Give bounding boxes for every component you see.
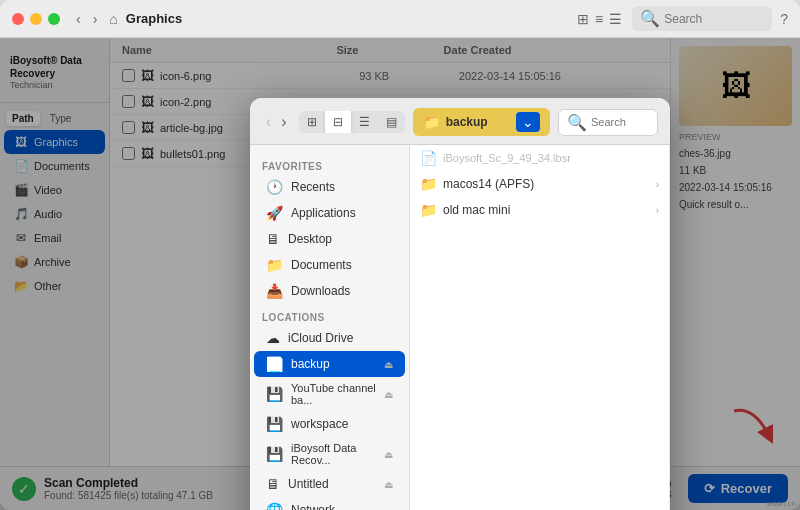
dialog-filepane: 📄 iBoysoft_Sc_9_49_34.lbsr 📁 macos14 (AP… xyxy=(410,145,670,510)
network-icon: 🌐 xyxy=(266,502,283,510)
dialog-item-desktop[interactable]: 🖥 Desktop xyxy=(254,226,405,252)
dialog-toolbar: ‹ › ⊞ ⊟ ☰ ▤ 📁 backup ⌄ 🔍 xyxy=(250,98,670,145)
toolbar-right: ⊞ ≡ ☰ 🔍 ? xyxy=(575,6,788,31)
back-button[interactable]: ‹ xyxy=(72,9,85,29)
youtube-eject-icon[interactable]: ⏏ xyxy=(384,389,393,400)
dialog-item-youtube[interactable]: 💾 YouTube channel ba... ⏏ xyxy=(254,377,405,411)
dialog-forward-btn[interactable]: › xyxy=(277,111,290,133)
dialog-item-documents[interactable]: 📁 Documents xyxy=(254,252,405,278)
help-button[interactable]: ? xyxy=(780,11,788,27)
dialog-file-item[interactable]: 📁 old mac mini › xyxy=(410,197,669,223)
workspace-label: workspace xyxy=(291,417,348,431)
dialog-item-applications[interactable]: 🚀 Applications xyxy=(254,200,405,226)
dialog-grid-btn[interactable]: ⊞ xyxy=(299,111,325,133)
iboysoft-eject-icon[interactable]: ⏏ xyxy=(384,449,393,460)
ibsr-icon: 📄 xyxy=(420,150,437,166)
list-view-btn[interactable]: ≡ xyxy=(593,9,605,29)
oldmac-icon: 📁 xyxy=(420,202,437,218)
dialog-search[interactable]: 🔍 xyxy=(558,109,658,136)
dialog-location[interactable]: 📁 backup ⌄ xyxy=(413,108,550,136)
dialog-item-recents[interactable]: 🕐 Recents xyxy=(254,174,405,200)
grid-view-btn[interactable]: ⊞ xyxy=(575,9,591,29)
dialog-nav: ‹ › xyxy=(262,111,291,133)
search-bar[interactable]: 🔍 xyxy=(632,6,772,31)
untitled-eject-icon[interactable]: ⏏ xyxy=(384,479,393,490)
macos-icon: 📁 xyxy=(420,176,437,192)
view-toggle: ⊞ ≡ ☰ xyxy=(575,9,624,29)
oldmac-label: old mac mini xyxy=(443,203,510,217)
eject-icon[interactable]: ⏏ xyxy=(384,359,393,370)
dialog-view-btns: ⊞ ⊟ ☰ ▤ xyxy=(299,111,405,133)
close-button[interactable] xyxy=(12,13,24,25)
workspace-icon: 💾 xyxy=(266,416,283,432)
forward-button[interactable]: › xyxy=(89,9,102,29)
recents-icon: 🕐 xyxy=(266,179,283,195)
dialog-item-downloads[interactable]: 📥 Downloads xyxy=(254,278,405,304)
dialog-back-btn[interactable]: ‹ xyxy=(262,111,275,133)
open-dialog: ‹ › ⊞ ⊟ ☰ ▤ 📁 backup ⌄ 🔍 xyxy=(250,98,670,510)
detail-view-btn[interactable]: ☰ xyxy=(607,9,624,29)
dialog-search-input[interactable] xyxy=(591,116,649,128)
dialog-item-icloud[interactable]: ☁ iCloud Drive xyxy=(254,325,405,351)
applications-label: Applications xyxy=(291,206,356,220)
favorites-label: Favorites xyxy=(250,153,409,174)
oldmac-chevron: › xyxy=(656,205,659,216)
untitled-label: Untitled xyxy=(288,477,329,491)
desktop-label: Desktop xyxy=(288,232,332,246)
nav-buttons: ‹ › xyxy=(72,9,101,29)
dialog-item-iboysoft[interactable]: 💾 iBoysoft Data Recov... ⏏ xyxy=(254,437,405,471)
dialog-file-item[interactable]: 📄 iBoysoft_Sc_9_49_34.lbsr xyxy=(410,145,669,171)
youtube-label: YouTube channel ba... xyxy=(291,382,376,406)
dialog-item-backup[interactable]: 💾 backup ⏏ xyxy=(254,351,405,377)
untitled-icon: 🖥 xyxy=(266,476,280,492)
dialog-search-icon: 🔍 xyxy=(567,113,587,132)
location-dropdown-btn[interactable]: ⌄ xyxy=(516,112,540,132)
location-label: backup xyxy=(446,115,488,129)
dialog-file-item[interactable]: 📁 macos14 (APFS) › xyxy=(410,171,669,197)
downloads-label: Downloads xyxy=(291,284,350,298)
dialog-list-btn[interactable]: ☰ xyxy=(351,111,378,133)
recents-label: Recents xyxy=(291,180,335,194)
dialog-content: Favorites 🕐 Recents 🚀 Applications 🖥 Des… xyxy=(250,145,670,510)
backup-icon: 💾 xyxy=(266,356,283,372)
dialog-overlay: ‹ › ⊞ ⊟ ☰ ▤ 📁 backup ⌄ 🔍 xyxy=(0,38,800,510)
network-label: Network xyxy=(291,503,335,510)
search-icon: 🔍 xyxy=(640,9,660,28)
app-window: ‹ › ⌂ Graphics ⊞ ≡ ☰ 🔍 ? iBoysoft® Data … xyxy=(0,0,800,510)
backup-label: backup xyxy=(291,357,330,371)
breadcrumb: Graphics xyxy=(126,11,575,26)
title-bar: ‹ › ⌂ Graphics ⊞ ≡ ☰ 🔍 ? xyxy=(0,0,800,38)
applications-icon: 🚀 xyxy=(266,205,283,221)
traffic-lights xyxy=(12,13,60,25)
dialog-column: 📄 iBoysoft_Sc_9_49_34.lbsr 📁 macos14 (AP… xyxy=(410,145,670,510)
youtube-icon: 💾 xyxy=(266,386,283,402)
iboysoft-label: iBoysoft Data Recov... xyxy=(291,442,376,466)
location-icon: 📁 xyxy=(423,114,440,130)
dialog-item-workspace[interactable]: 💾 workspace xyxy=(254,411,405,437)
dialog-cover-btn[interactable]: ▤ xyxy=(378,111,405,133)
iboysoft-icon: 💾 xyxy=(266,446,283,462)
dialog-docs-label: Documents xyxy=(291,258,352,272)
maximize-button[interactable] xyxy=(48,13,60,25)
search-input[interactable] xyxy=(664,12,764,26)
icloud-label: iCloud Drive xyxy=(288,331,353,345)
dialog-item-untitled[interactable]: 🖥 Untitled ⏏ xyxy=(254,471,405,497)
macos-label: macos14 (APFS) xyxy=(443,177,534,191)
locations-label: Locations xyxy=(250,304,409,325)
desktop-icon: 🖥 xyxy=(266,231,280,247)
dialog-docs-icon: 📁 xyxy=(266,257,283,273)
dialog-column-btn[interactable]: ⊟ xyxy=(325,111,351,133)
dialog-item-network[interactable]: 🌐 Network xyxy=(254,497,405,510)
home-button[interactable]: ⌂ xyxy=(109,11,117,27)
ibsr-label: iBoysoft_Sc_9_49_34.lbsr xyxy=(443,152,571,164)
macos-chevron: › xyxy=(656,179,659,190)
minimize-button[interactable] xyxy=(30,13,42,25)
dialog-sidebar: Favorites 🕐 Recents 🚀 Applications 🖥 Des… xyxy=(250,145,410,510)
icloud-icon: ☁ xyxy=(266,330,280,346)
downloads-icon: 📥 xyxy=(266,283,283,299)
